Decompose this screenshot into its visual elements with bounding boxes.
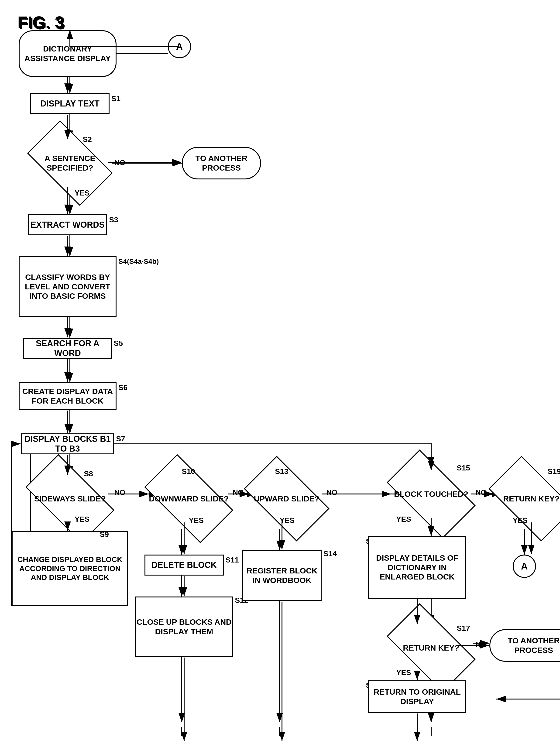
display-blocks-node: DISPLAY BLOCKS B1 TO B3 <box>21 433 114 454</box>
fig-title: FIG. 3 <box>18 13 64 32</box>
dict-assistance-display-node: DICTIONARY ASSISTANCE DISPLAY <box>19 30 117 77</box>
upward-no-label: NO <box>326 488 337 497</box>
sentence-yes-label: YES <box>75 189 89 197</box>
s5-label: S5 <box>114 339 123 348</box>
s13-label: S13 <box>275 467 288 476</box>
block-touched-no-label: NO <box>475 488 486 497</box>
delete-block-node: DELETE BLOCK <box>144 554 224 575</box>
downward-no-label: NO <box>233 488 244 497</box>
search-word-node: SEARCH FOR A WORD <box>23 338 112 359</box>
block-touched-yes-label: YES <box>396 515 411 524</box>
s7-label: S7 <box>116 434 125 443</box>
s1-label: S1 <box>112 94 120 103</box>
block-touched-diamond <box>387 449 476 539</box>
s2-label: S2 <box>83 135 92 144</box>
circle-a-bottom: A <box>513 554 536 578</box>
s14-label: S14 <box>323 549 337 558</box>
return17-no-label: NO <box>475 640 486 649</box>
s19-label: S19 <box>548 467 560 476</box>
to-another-process-1: TO ANOTHER PROCESS <box>182 147 261 179</box>
return17-yes-label: YES <box>396 668 411 677</box>
sideways-no-label: NO <box>114 488 125 497</box>
s3-label: S3 <box>109 216 118 224</box>
s11-label: S11 <box>225 556 239 564</box>
upward-yes-label: YES <box>280 516 295 525</box>
display-text-node: DISPLAY TEXT <box>30 93 109 114</box>
s9-label: S9 <box>100 530 109 539</box>
s4-label: S4(S4a·S4b) <box>118 258 159 265</box>
sideways-yes-label: YES <box>75 515 89 524</box>
classify-words-node: CLASSIFY WORDS BY LEVEL AND CONVERT INTO… <box>19 256 117 317</box>
to-another-process-2: TO ANOTHER PROCESS <box>489 629 560 662</box>
extract-words-node: EXTRACT WORDS <box>28 215 107 235</box>
sideways-slide-diamond <box>25 454 115 543</box>
sentence-no-label: NO <box>114 159 125 167</box>
display-details-node: DISPLAY DETAILS OF DICTIONARY IN ENLARGE… <box>368 536 466 599</box>
s15-label: S15 <box>457 464 470 472</box>
register-block-node: REGISTER BLOCK IN WORDBOOK <box>242 550 322 601</box>
create-display-node: CREATE DISPLAY DATA FOR EACH BLOCK <box>19 382 117 410</box>
downward-yes-label: YES <box>189 516 204 525</box>
sentence-specified-diamond <box>27 120 113 206</box>
s6-label: S6 <box>118 383 127 392</box>
circle-a-top: A <box>168 35 191 58</box>
page: FIG. 3 <box>0 0 560 751</box>
return-key-17-diamond <box>387 603 476 692</box>
s8-label: S8 <box>84 469 93 478</box>
close-up-node: CLOSE UP BLOCKS AND DISPLAY THEM <box>135 596 233 657</box>
return19-yes-label: YES <box>513 516 527 525</box>
s17-label: S17 <box>457 624 470 633</box>
return-to-original-node: RETURN TO ORIGINAL DISPLAY <box>368 681 466 713</box>
s10-label: S10 <box>182 467 195 476</box>
change-displayed-node: CHANGE DISPLAYED BLOCK ACCORDING TO DIRE… <box>12 531 128 606</box>
